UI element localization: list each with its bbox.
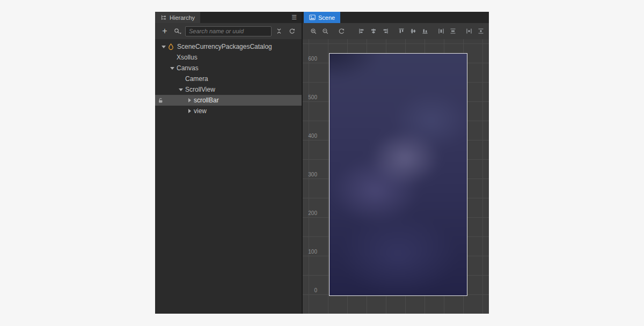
collapse-all-icon bbox=[276, 28, 282, 34]
unlock-icon[interactable] bbox=[157, 97, 164, 103]
scene-image-icon bbox=[309, 14, 316, 20]
scene-canvas-content[interactable] bbox=[329, 53, 467, 296]
tree-row-xsollus[interactable]: Xsollus bbox=[155, 52, 302, 63]
rotate-view-icon bbox=[338, 28, 345, 35]
flame-scene-icon bbox=[167, 43, 175, 50]
plus-icon: + bbox=[162, 27, 167, 35]
tree-row-scene-root[interactable]: SceneCurrencyPackagesCatalog bbox=[155, 41, 302, 52]
zoom-in-button[interactable] bbox=[308, 25, 319, 37]
editor-window: Hierarchy ☰ + bbox=[155, 12, 489, 314]
refresh-button[interactable] bbox=[287, 25, 297, 37]
tree-row-scrollbar[interactable]: scrollBar bbox=[155, 95, 302, 106]
scene-background-image bbox=[329, 53, 467, 296]
collapse-arrow-icon[interactable] bbox=[160, 43, 167, 50]
space-horizontal-button[interactable] bbox=[464, 25, 474, 37]
tree-item-label: Canvas bbox=[177, 64, 199, 72]
search-filter-button[interactable] bbox=[172, 25, 183, 37]
space-vertical-button[interactable] bbox=[475, 25, 486, 37]
hierarchy-tabbar: Hierarchy ☰ bbox=[155, 12, 302, 23]
tree-row-camera[interactable]: Camera bbox=[155, 73, 302, 84]
align-bottom-button[interactable] bbox=[420, 25, 430, 37]
align-top-icon bbox=[398, 28, 405, 34]
tree-row-scrollview[interactable]: ScrollView bbox=[155, 84, 302, 95]
scene-tab-label: Scene bbox=[318, 14, 335, 21]
ruler-label: 300 bbox=[303, 172, 317, 177]
align-vcenter-icon bbox=[410, 28, 416, 34]
tabbar-spacer bbox=[200, 12, 287, 23]
align-hcenter-button[interactable] bbox=[368, 25, 379, 37]
ruler-label: 0 bbox=[303, 287, 317, 293]
align-hcenter-icon bbox=[370, 28, 377, 34]
reset-view-button[interactable] bbox=[336, 25, 347, 37]
zoom-out-icon bbox=[322, 28, 329, 35]
hierarchy-menu-button[interactable]: ☰ bbox=[287, 12, 302, 23]
hierarchy-toolbar: + bbox=[155, 23, 302, 39]
tree-row-canvas[interactable]: Canvas bbox=[155, 63, 302, 73]
hierarchy-panel: Hierarchy ☰ + bbox=[155, 12, 302, 314]
tree-row-view[interactable]: view bbox=[155, 106, 302, 116]
scene-viewport[interactable]: 600 500 400 300 200 100 0 bbox=[303, 39, 489, 314]
menu-icon: ☰ bbox=[291, 14, 297, 21]
arrow-spacer bbox=[178, 76, 184, 82]
tabbar-spacer bbox=[340, 12, 489, 23]
ruler-label: 400 bbox=[303, 133, 317, 139]
hierarchy-tab-label: Hierarchy bbox=[170, 14, 195, 21]
collapse-arrow-icon[interactable] bbox=[178, 86, 184, 93]
scene-panel: Scene bbox=[303, 12, 489, 314]
align-top-button[interactable] bbox=[396, 25, 407, 37]
ruler-label: 200 bbox=[303, 210, 317, 216]
collapse-arrow-icon[interactable] bbox=[169, 65, 175, 71]
tab-hierarchy[interactable]: Hierarchy bbox=[155, 12, 200, 23]
align-left-icon bbox=[358, 28, 365, 34]
expand-arrow-icon[interactable] bbox=[186, 108, 193, 114]
hierarchy-tree: SceneCurrencyPackagesCatalog Xsollus Can… bbox=[155, 39, 302, 314]
distribute-horizontal-icon bbox=[438, 28, 444, 34]
tree-item-label: Xsollus bbox=[177, 54, 197, 61]
scene-tabbar: Scene bbox=[303, 12, 489, 23]
ruler-label: 100 bbox=[303, 249, 317, 255]
distribute-vertical-icon bbox=[450, 28, 456, 34]
align-left-button[interactable] bbox=[356, 25, 367, 37]
tree-item-label: SceneCurrencyPackagesCatalog bbox=[177, 43, 272, 50]
expand-arrow-icon[interactable] bbox=[186, 97, 193, 103]
ruler-label: 500 bbox=[303, 94, 317, 100]
align-vcenter-button[interactable] bbox=[408, 25, 419, 37]
distribute-horizontal-button[interactable] bbox=[436, 25, 447, 37]
refresh-icon bbox=[289, 28, 296, 35]
tree-item-label: scrollBar bbox=[194, 97, 219, 104]
align-bottom-icon bbox=[422, 28, 428, 34]
desktop: Hierarchy ☰ + bbox=[0, 0, 644, 326]
space-vertical-icon bbox=[478, 28, 484, 34]
zoom-in-icon bbox=[310, 28, 317, 35]
zoom-out-button[interactable] bbox=[320, 25, 331, 37]
arrow-spacer bbox=[169, 54, 175, 61]
tree-item-label: Camera bbox=[185, 75, 208, 83]
align-right-icon bbox=[382, 28, 389, 34]
ruler-label: 600 bbox=[303, 56, 317, 62]
distribute-vertical-button[interactable] bbox=[448, 25, 458, 37]
collapse-all-button[interactable] bbox=[274, 25, 284, 37]
tab-scene[interactable]: Scene bbox=[304, 12, 340, 23]
search-icon bbox=[174, 28, 182, 35]
add-node-button[interactable]: + bbox=[159, 25, 170, 37]
hierarchy-icon bbox=[160, 14, 167, 21]
search-input[interactable] bbox=[185, 26, 272, 36]
scene-toolbar bbox=[303, 23, 489, 39]
space-horizontal-icon bbox=[466, 28, 472, 34]
align-right-button[interactable] bbox=[380, 25, 391, 37]
tree-item-label: view bbox=[194, 107, 207, 115]
tree-item-label: ScrollView bbox=[185, 86, 215, 93]
